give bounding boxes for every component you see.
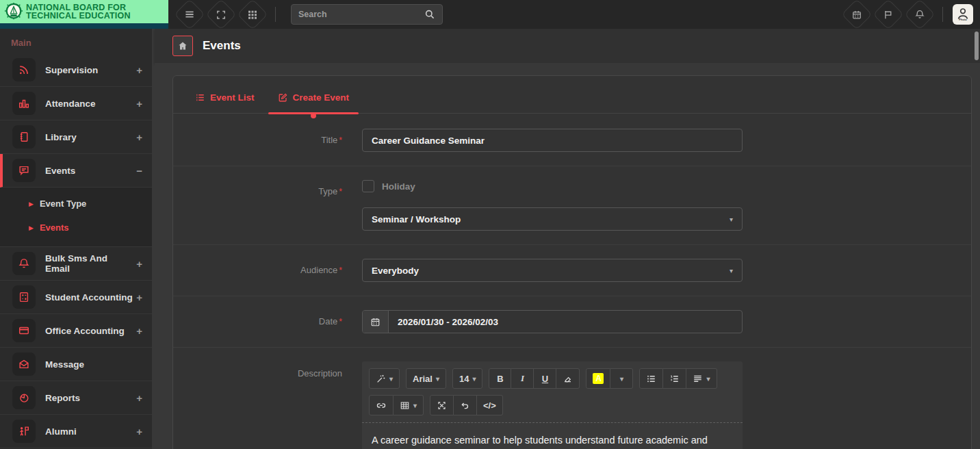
font-color-button[interactable]: A xyxy=(586,368,610,389)
sidebar-item-office-accounting[interactable]: Office Accounting + xyxy=(0,314,155,348)
sidebar-item-library[interactable]: Library + xyxy=(0,120,155,154)
list-ul-icon xyxy=(646,374,656,384)
audience-select[interactable]: Everybody ▾ xyxy=(362,259,743,282)
apps-grid-button[interactable] xyxy=(237,0,268,30)
comment-icon xyxy=(12,159,36,182)
chevron-down-icon: ▾ xyxy=(389,375,393,383)
tab-create-event[interactable]: Create Event xyxy=(278,92,350,113)
notifications-button[interactable] xyxy=(904,0,935,30)
brand-logo[interactable]: NATIONAL BOARD FOR TECHNICAL EDUCATION xyxy=(0,0,168,29)
form-row-description: Description ▾ xyxy=(173,347,971,449)
brand-logo-band: NATIONAL BOARD FOR TECHNICAL EDUCATION xyxy=(0,0,168,23)
triangle-bullet-icon: ▶ xyxy=(29,224,34,231)
bold-label: B xyxy=(497,374,503,384)
global-search[interactable] xyxy=(291,4,443,25)
flag-button[interactable] xyxy=(873,0,903,30)
chevron-down-icon: ▾ xyxy=(706,375,710,383)
submenu-item-event-type[interactable]: ▶ Event Type xyxy=(0,192,155,216)
font-size-button[interactable]: 14 ▾ xyxy=(452,368,483,389)
sidebar-item-label: Alumni xyxy=(45,426,133,437)
sidebar-item-reports[interactable]: Reports + xyxy=(0,381,155,415)
holiday-checkbox[interactable] xyxy=(362,180,374,192)
expand-plus-icon[interactable]: + xyxy=(133,392,145,404)
paragraph-align-button[interactable]: ▾ xyxy=(686,368,717,389)
search-icon[interactable] xyxy=(424,9,435,20)
sidebar-item-student-accounting[interactable]: Student Accounting + xyxy=(0,281,155,314)
sidebar-item-label: Message xyxy=(45,359,140,370)
type-select[interactable]: Seminar / Workshop ▾ xyxy=(362,207,743,231)
underline-button[interactable]: U xyxy=(534,368,556,389)
expand-plus-icon[interactable]: + xyxy=(133,131,145,143)
insert-link-button[interactable] xyxy=(369,395,394,415)
insert-table-button[interactable]: ▾ xyxy=(394,395,424,415)
style-magic-button[interactable]: ▾ xyxy=(369,368,400,389)
submenu-item-events[interactable]: ▶ Events xyxy=(0,216,155,240)
home-breadcrumb-button[interactable] xyxy=(172,36,193,56)
main-scrollbar-thumb[interactable] xyxy=(975,31,979,60)
link-icon xyxy=(376,400,387,411)
font-family-value: Arial xyxy=(413,374,433,384)
calendar-button[interactable] xyxy=(841,0,872,30)
font-color-dropdown-button[interactable]: ▾ xyxy=(610,368,633,389)
content-area: Event List Create Event Title* xyxy=(155,63,980,449)
search-input[interactable] xyxy=(298,10,424,19)
bell-icon xyxy=(914,9,925,20)
menu-toggle-button[interactable] xyxy=(174,0,205,30)
topbar-left-icons xyxy=(168,3,443,25)
collapse-minus-icon[interactable]: − xyxy=(133,165,145,177)
expand-plus-icon[interactable]: + xyxy=(133,258,145,270)
edit-icon xyxy=(278,92,288,103)
expand-plus-icon[interactable]: + xyxy=(133,426,145,437)
undo-button[interactable] xyxy=(454,395,477,415)
nbte-emblem-icon xyxy=(4,2,23,21)
unordered-list-button[interactable] xyxy=(639,368,663,389)
sidebar-item-label: Bulk Sms And Email xyxy=(45,253,133,274)
events-card: Event List Create Event Title* xyxy=(172,75,972,449)
expand-plus-icon[interactable]: + xyxy=(133,325,145,337)
bold-button[interactable]: B xyxy=(489,368,511,389)
date-label: Date* xyxy=(173,310,362,333)
sidebar-item-message[interactable]: Message xyxy=(0,348,155,381)
holiday-row: Holiday xyxy=(362,180,743,192)
sidebar-item-alumni[interactable]: Alumni + xyxy=(0,415,155,448)
grid-icon xyxy=(248,10,258,20)
italic-button[interactable]: I xyxy=(511,368,534,389)
arrows-alt-icon xyxy=(437,400,447,411)
fullscreen-button[interactable] xyxy=(205,0,236,30)
user-avatar[interactable]: Photo xyxy=(953,4,973,25)
submenu-item-label: Events xyxy=(40,222,69,233)
description-editable[interactable]: A career guidance seminar to help studen… xyxy=(362,423,743,449)
code-view-button[interactable]: </> xyxy=(477,395,503,415)
tab-label: Event List xyxy=(210,92,255,103)
flag-icon xyxy=(884,10,894,20)
tab-event-list[interactable]: Event List xyxy=(195,92,255,113)
clear-format-button[interactable] xyxy=(556,368,580,389)
required-asterisk: * xyxy=(339,187,342,196)
editor-fullscreen-button[interactable] xyxy=(430,395,454,415)
ordered-list-button[interactable] xyxy=(663,368,686,389)
sidebar-item-label: Library xyxy=(45,132,133,142)
eraser-icon xyxy=(563,374,573,384)
date-range-input[interactable] xyxy=(389,311,742,333)
calendar-addon[interactable] xyxy=(363,311,389,333)
required-asterisk: * xyxy=(339,317,342,326)
calendar-icon xyxy=(370,317,381,327)
sidebar-item-events[interactable]: Events − xyxy=(0,154,155,188)
sidebar-item-label: Office Accounting xyxy=(45,326,133,336)
envelope-icon xyxy=(12,352,36,376)
sidebar-item-supervision[interactable]: Supervision + xyxy=(0,53,155,87)
font-family-button[interactable]: Arial ▾ xyxy=(406,368,446,389)
code-view-label: </> xyxy=(483,400,496,411)
sidebar-item-bulk-sms-and-email[interactable]: Bulk Sms And Email + xyxy=(0,247,155,281)
font-color-swatch: A xyxy=(593,373,604,384)
expand-plus-icon[interactable]: + xyxy=(133,64,145,76)
underline-label: U xyxy=(542,374,548,384)
required-asterisk: * xyxy=(339,266,342,275)
title-input[interactable] xyxy=(362,129,743,152)
expand-plus-icon[interactable]: + xyxy=(133,292,145,303)
form-row-date: Date* xyxy=(173,296,971,347)
expand-plus-icon[interactable]: + xyxy=(133,98,145,110)
sidebar-item-attendance[interactable]: Attendance + xyxy=(0,87,155,120)
sidebar-item-label: Supervision xyxy=(45,65,133,75)
brand-name-line2: TECHNICAL EDUCATION xyxy=(26,12,131,21)
